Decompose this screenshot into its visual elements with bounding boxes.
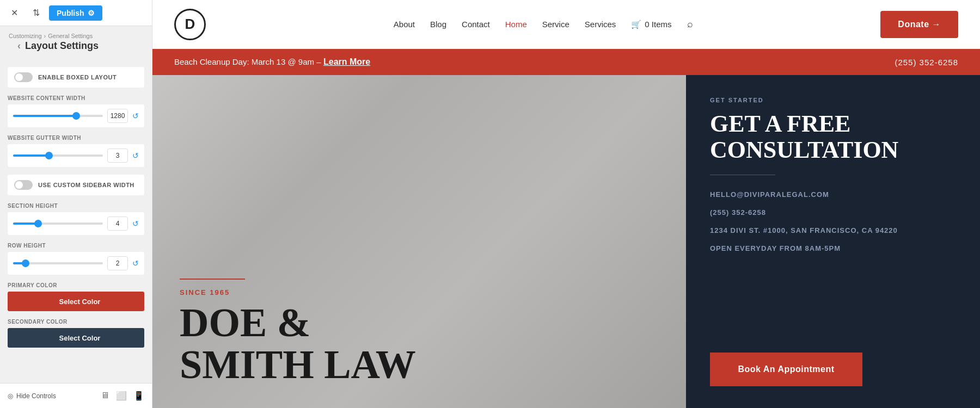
custom-sidebar-row: Use Custom Sidebar Width bbox=[8, 175, 144, 195]
hero-title-line1: DOE & bbox=[180, 302, 659, 344]
secondary-color-swatch bbox=[8, 328, 15, 348]
content-width-label: Website Content Width bbox=[8, 95, 144, 101]
cart-label: 0 Items bbox=[645, 20, 671, 29]
contact-phone: (255) 352-6258 bbox=[710, 208, 956, 217]
tablet-view-icon[interactable]: ⬜ bbox=[116, 391, 127, 401]
book-appointment-button[interactable]: Book An Appointment bbox=[710, 353, 862, 386]
preview-area: D About Blog Contact Home Service Servic… bbox=[152, 0, 980, 408]
gutter-width-reset[interactable]: ↺ bbox=[132, 151, 139, 160]
breadcrumb-area: Customizing › General Settings ‹ Layout … bbox=[0, 26, 152, 61]
nav-services[interactable]: Services bbox=[585, 20, 616, 29]
nav-blog[interactable]: Blog bbox=[430, 20, 446, 29]
hero-since: Since 1965 bbox=[180, 288, 659, 296]
nav-service[interactable]: Service bbox=[542, 20, 569, 29]
content-width-group: Website Content Width 1280 ↺ bbox=[8, 95, 144, 127]
custom-sidebar-toggle[interactable] bbox=[14, 180, 33, 190]
section-height-value[interactable]: 4 bbox=[107, 217, 128, 231]
gutter-width-label: Website Gutter Width bbox=[8, 135, 144, 141]
nav-cart[interactable]: 🛒 0 Items bbox=[631, 20, 671, 29]
enable-boxed-row: Enable Boxed Layout bbox=[8, 67, 144, 88]
section-height-slider-row: 4 ↺ bbox=[8, 212, 144, 235]
hero-content: Since 1965 DOE & SMITH LAW bbox=[180, 279, 659, 386]
hero-right: GET STARTED GET A FREE CONSULTATION HELL… bbox=[686, 75, 980, 408]
row-height-group: Row Height 2 ↺ bbox=[8, 243, 144, 275]
nav-links: About Blog Contact Home Service Services… bbox=[394, 18, 693, 30]
top-toolbar: ✕ ⇅ Publish ⚙ bbox=[0, 0, 152, 26]
hero-divider bbox=[180, 279, 245, 280]
cart-icon: 🛒 bbox=[631, 20, 641, 29]
donate-button[interactable]: Donate → bbox=[880, 11, 958, 38]
content-width-reset[interactable]: ↺ bbox=[132, 112, 139, 120]
row-height-slider-row: 2 ↺ bbox=[8, 252, 144, 275]
breadcrumb-section[interactable]: General Settings bbox=[48, 33, 93, 39]
view-icons: 🖥 ⬜ 📱 bbox=[101, 391, 144, 401]
consultation-title: GET A FREE CONSULTATION bbox=[710, 111, 956, 164]
primary-color-button[interactable]: Select Color bbox=[15, 292, 144, 311]
nav-bar: D About Blog Contact Home Service Servic… bbox=[152, 0, 980, 49]
banner-text-area: Beach Cleanup Day: March 13 @ 9am – Lear… bbox=[174, 57, 370, 67]
secondary-color-row: Select Color bbox=[8, 328, 144, 348]
get-started-label: GET STARTED bbox=[710, 97, 956, 103]
breadcrumb-customizing[interactable]: Customizing bbox=[9, 33, 42, 39]
content-width-value[interactable]: 1280 bbox=[107, 109, 128, 123]
hero-section: Since 1965 DOE & SMITH LAW GET STARTED G… bbox=[152, 75, 980, 408]
hide-controls-button[interactable]: ◎ Hide Controls bbox=[8, 392, 56, 400]
nav-logo: D bbox=[174, 9, 206, 40]
search-icon[interactable]: ⌕ bbox=[687, 18, 693, 30]
primary-color-label: Primary Color bbox=[8, 282, 144, 288]
hero-title: DOE & SMITH LAW bbox=[180, 302, 659, 386]
gutter-width-group: Website Gutter Width 3 ↺ bbox=[8, 135, 144, 167]
left-panel: ✕ ⇅ Publish ⚙ Customizing › General Sett… bbox=[0, 0, 152, 408]
section-height-reset[interactable]: ↺ bbox=[132, 219, 139, 228]
red-banner: Beach Cleanup Day: March 13 @ 9am – Lear… bbox=[152, 49, 980, 75]
panel-title-text: Layout Settings bbox=[25, 40, 99, 52]
section-height-label: Section Height bbox=[8, 203, 144, 209]
section-height-group: Section Height 4 ↺ bbox=[8, 203, 144, 235]
contact-address: 1234 DIVI ST. #1000, SAN FRANCISCO, CA 9… bbox=[710, 226, 956, 234]
publish-label: Publish bbox=[57, 9, 84, 17]
gutter-width-slider-row: 3 ↺ bbox=[8, 144, 144, 167]
banner-phone: (255) 352-6258 bbox=[895, 58, 958, 67]
gear-icon: ⚙ bbox=[88, 9, 95, 17]
contact-hours: OPEN EVERYDAY FROM 8AM-5PM bbox=[710, 244, 956, 252]
back-icon[interactable]: ‹ bbox=[17, 40, 21, 52]
custom-sidebar-label: Use Custom Sidebar Width bbox=[38, 182, 134, 188]
primary-color-swatch bbox=[8, 292, 15, 311]
logo-circle: D bbox=[174, 9, 206, 40]
contact-email: HELLO@DIVIPARALEGAL.COM bbox=[710, 190, 956, 199]
section-height-track[interactable] bbox=[13, 222, 103, 225]
enable-boxed-label: Enable Boxed Layout bbox=[38, 74, 117, 81]
bottom-bar: ◎ Hide Controls 🖥 ⬜ 📱 bbox=[0, 383, 152, 408]
primary-color-group: Primary Color Select Color bbox=[8, 282, 144, 311]
row-height-reset[interactable]: ↺ bbox=[132, 259, 139, 268]
row-height-value[interactable]: 2 bbox=[107, 256, 128, 270]
breadcrumb: Customizing › General Settings bbox=[9, 33, 143, 39]
breadcrumb-arrow: › bbox=[44, 33, 46, 39]
eye-icon: ◎ bbox=[8, 392, 13, 400]
enable-boxed-toggle[interactable] bbox=[14, 72, 33, 82]
consultation-title-line1: GET A FREE bbox=[710, 111, 956, 137]
gutter-width-track[interactable] bbox=[13, 154, 103, 157]
content-width-track[interactable] bbox=[13, 115, 103, 117]
content-width-slider-row: 1280 ↺ bbox=[8, 104, 144, 127]
secondary-color-group: Secondary Color Select Color bbox=[8, 319, 144, 348]
close-icon[interactable]: ✕ bbox=[5, 4, 23, 22]
secondary-color-button[interactable]: Select Color bbox=[15, 328, 144, 348]
panel-title: ‹ Layout Settings bbox=[9, 39, 143, 58]
hide-controls-label: Hide Controls bbox=[16, 392, 56, 400]
banner-link[interactable]: Learn More bbox=[323, 57, 370, 66]
panel-content: Enable Boxed Layout Website Content Widt… bbox=[0, 61, 152, 383]
primary-color-row: Select Color bbox=[8, 292, 144, 311]
logo-letter: D bbox=[185, 16, 195, 33]
sort-icon[interactable]: ⇅ bbox=[27, 4, 45, 22]
row-height-track[interactable] bbox=[13, 262, 103, 264]
nav-contact[interactable]: Contact bbox=[462, 20, 490, 29]
nav-about[interactable]: About bbox=[394, 20, 415, 29]
mobile-view-icon[interactable]: 📱 bbox=[133, 391, 144, 401]
gutter-width-value[interactable]: 3 bbox=[107, 149, 128, 163]
consultation-divider bbox=[710, 175, 775, 175]
desktop-view-icon[interactable]: 🖥 bbox=[101, 391, 109, 401]
publish-button[interactable]: Publish ⚙ bbox=[49, 5, 102, 21]
row-height-label: Row Height bbox=[8, 243, 144, 249]
nav-home[interactable]: Home bbox=[505, 20, 527, 29]
